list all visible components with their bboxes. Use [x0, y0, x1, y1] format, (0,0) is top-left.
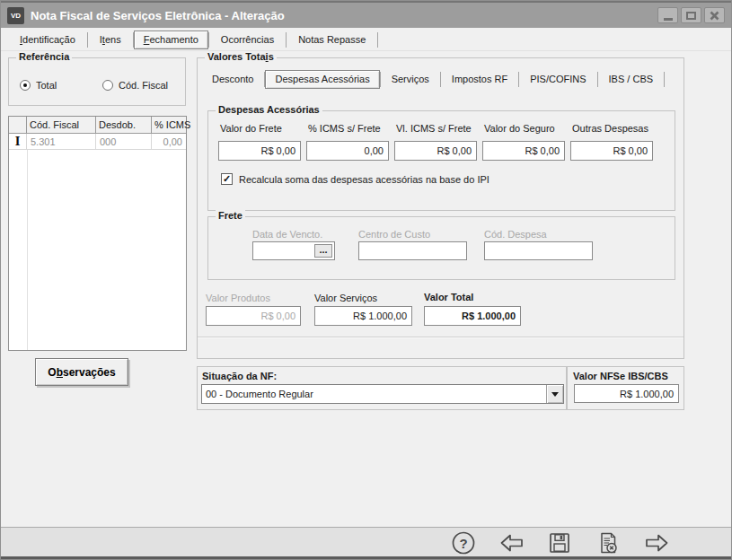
- radio-total-icon: [20, 80, 31, 91]
- valores-tabstrip: Desconto Despesas Acessórias Serviços Im…: [201, 68, 682, 90]
- cancel-document-button[interactable]: [595, 529, 622, 556]
- centro-custo-label: Centro de Custo: [358, 229, 430, 240]
- chevron-down-icon: [551, 392, 559, 397]
- grid-header-marker: [9, 117, 27, 133]
- data-vencto-field[interactable]: ...: [252, 241, 335, 260]
- previous-button[interactable]: [498, 529, 525, 556]
- valor-total-label: Valor Total: [424, 292, 473, 302]
- tab-itens[interactable]: Itens: [88, 29, 133, 51]
- tab-desconto[interactable]: Desconto: [201, 68, 264, 91]
- arrow-left-icon: [498, 529, 525, 556]
- grid-header-cod-fiscal: Cód. Fiscal: [27, 117, 96, 133]
- maximize-button[interactable]: [681, 7, 701, 23]
- radio-cod-fiscal-icon: [102, 80, 113, 91]
- valor-produtos-field: R$ 0,00: [206, 306, 301, 326]
- cod-despesa-label: Cód. Despesa: [484, 229, 547, 240]
- svg-text:?: ?: [459, 536, 467, 551]
- valor-produtos-label: Valor Produtos: [206, 293, 270, 303]
- vl-icms-frete-field[interactable]: R$ 0,00: [394, 141, 477, 161]
- titlebar: VD Nota Fiscal de Serviços Eletrônica - …: [1, 1, 731, 28]
- referencia-legend: Referência: [16, 51, 72, 62]
- valor-seguro-label: Valor do Seguro: [484, 123, 555, 134]
- cell-icms: 0,00: [152, 134, 186, 150]
- totals-separator: [198, 337, 683, 337]
- tab-fechamento[interactable]: Fechamento: [134, 31, 208, 49]
- despesas-acessorias-legend: Despesas Acessórias: [216, 104, 322, 115]
- tab-ibs-cbs[interactable]: IBS / CBS: [598, 68, 665, 91]
- radio-total-label: Total: [36, 80, 57, 91]
- cell-cod-fiscal: 5.301: [27, 134, 96, 150]
- tab-servicos[interactable]: Serviços: [381, 68, 440, 91]
- cod-despesa-field[interactable]: [484, 241, 593, 260]
- grid-marker-column-line: [27, 150, 28, 350]
- situacao-value: 00 - Documento Regular: [206, 389, 313, 399]
- save-button[interactable]: [546, 529, 573, 556]
- document-cancel-icon: [595, 529, 622, 556]
- situacao-dropdown-button[interactable]: [546, 385, 563, 403]
- arrow-right-icon: [643, 529, 670, 556]
- nfse-panel: Valor NFSe IBS/CBS R$ 1.000,00: [567, 366, 684, 410]
- valor-servicos-label: Valor Serviços: [314, 293, 377, 303]
- grid-header-desdob: Desdob.: [96, 117, 152, 133]
- date-picker-ellipsis-button[interactable]: ...: [314, 244, 332, 258]
- frete-groupbox: Frete Data de Vencto. Centro de Custo Có…: [207, 216, 675, 280]
- main-tabstrip: Identificação Itens Fechamento Ocorrênci…: [1, 29, 731, 51]
- help-icon: ?: [450, 529, 477, 556]
- nfse-label: Valor NFSe IBS/CBS: [573, 371, 668, 381]
- window-bottom-edge: [1, 556, 731, 559]
- save-floppy-icon: [546, 529, 573, 556]
- situacao-combobox[interactable]: 00 - Documento Regular: [201, 384, 564, 404]
- grid-row[interactable]: I 5.301 000 0,00: [9, 134, 186, 150]
- window-controls: [657, 7, 725, 23]
- tab-divider: [664, 72, 665, 87]
- grid-header-icms: % ICMS: [152, 117, 193, 133]
- centro-custo-field[interactable]: [358, 241, 467, 260]
- outras-despesas-field[interactable]: R$ 0,00: [570, 141, 653, 161]
- valor-seguro-field[interactable]: R$ 0,00: [482, 141, 565, 161]
- vl-icms-frete-label: Vl. ICMS s/ Frete: [396, 123, 472, 134]
- window: VD Nota Fiscal de Serviços Eletrônica - …: [0, 0, 732, 560]
- app-icon: VD: [7, 7, 24, 24]
- tab-divider: [377, 32, 378, 48]
- valor-frete-field[interactable]: R$ 0,00: [218, 141, 301, 161]
- tab-impostos-rf[interactable]: Impostos RF: [441, 68, 518, 91]
- valores-totais-groupbox: Valores Totais Desconto Despesas Acessór…: [197, 57, 684, 359]
- tab-pis-cofins[interactable]: PIS/COFINS: [519, 68, 596, 91]
- situacao-label: Situação da NF:: [202, 371, 277, 381]
- close-icon: [710, 11, 719, 21]
- tab-ocorrencias[interactable]: Ocorrências: [209, 29, 286, 51]
- row-marker-icon: I: [9, 134, 27, 150]
- checkbox-check-icon: ✓: [221, 173, 233, 185]
- outras-despesas-label: Outras Despesas: [572, 123, 648, 134]
- situacao-panel: Situação da NF: 00 - Documento Regular: [197, 366, 567, 410]
- referencia-groupbox: Referência Total Cód. Fiscal: [8, 57, 186, 106]
- window-title: Nota Fiscal de Serviços Eletrônica - Alt…: [31, 9, 285, 22]
- valores-totais-legend: Valores Totais: [205, 51, 277, 62]
- help-button[interactable]: ?: [450, 529, 477, 556]
- despesas-acessorias-groupbox: Despesas Acessórias Valor do Frete % ICM…: [207, 110, 675, 211]
- fiscal-grid: Cód. Fiscal Desdob. % ICMS I 5.301 000 0…: [8, 116, 187, 351]
- tab-identificacao[interactable]: Identificação: [8, 29, 87, 51]
- minimize-icon: [664, 18, 673, 21]
- next-button[interactable]: [643, 529, 670, 556]
- tab-notas-repasse[interactable]: Notas Repasse: [287, 29, 377, 51]
- grid-header: Cód. Fiscal Desdob. % ICMS: [9, 117, 186, 134]
- cell-desdob: 000: [96, 134, 152, 150]
- nfse-value-field[interactable]: R$ 1.000,00: [574, 384, 679, 403]
- bottom-toolbar: ?: [1, 527, 731, 558]
- valor-servicos-field[interactable]: R$ 1.000,00: [314, 306, 412, 326]
- recalcula-checkbox-label: Recalcula soma das despesas acessórias n…: [239, 174, 489, 185]
- close-button[interactable]: [704, 7, 725, 23]
- tab-despesas-acessorias[interactable]: Despesas Acessórias: [265, 70, 379, 89]
- frete-legend: Frete: [216, 210, 245, 221]
- maximize-icon: [686, 12, 696, 20]
- pct-icms-frete-field[interactable]: 0,00: [306, 141, 389, 161]
- observacoes-button[interactable]: Observações: [35, 358, 128, 386]
- data-vencto-label: Data de Vencto.: [252, 229, 322, 240]
- radio-cod-fiscal-label: Cód. Fiscal: [119, 80, 168, 91]
- valor-frete-label: Valor do Frete: [220, 123, 282, 134]
- valor-total-field: R$ 1.000,00: [424, 306, 521, 326]
- pct-icms-frete-label: % ICMS s/ Frete: [308, 123, 381, 134]
- minimize-button[interactable]: [657, 7, 678, 23]
